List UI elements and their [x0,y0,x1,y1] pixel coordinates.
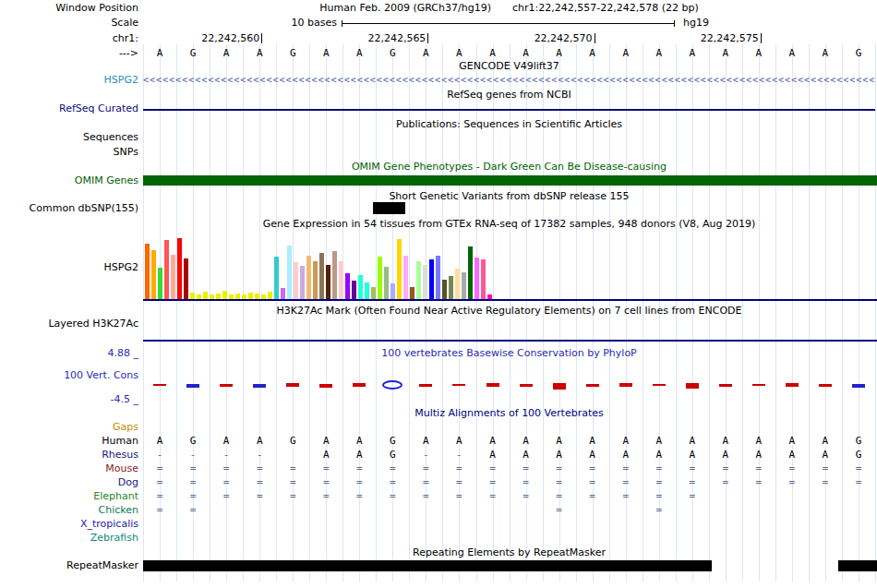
gtex-gene-line [143,299,877,301]
dbsnp-label[interactable]: Common dbSNP(155) [0,202,138,214]
gtex-bar[interactable] [281,288,285,299]
multiz-cell: - [253,449,266,461]
gtex-bar[interactable] [313,261,318,299]
gtex-bar[interactable] [442,280,447,299]
gtex-bar[interactable] [416,261,421,299]
omim-label[interactable]: OMIM Genes [0,174,138,186]
conservation-mark [786,383,799,387]
gtex-bar[interactable] [294,262,298,299]
multiz-cell: = [353,476,366,488]
multiz-cell: A [319,449,332,461]
gtex-bar[interactable] [151,250,156,299]
gtex-bar[interactable] [423,265,427,299]
gtex-bar[interactable] [397,239,402,299]
gtex-bar[interactable] [164,240,169,299]
gtex-bar[interactable] [287,246,292,299]
multiz-species-label[interactable]: Mouse [0,462,138,474]
gtex-bar[interactable] [242,294,246,299]
multiz-cell: A [819,449,832,461]
gtex-bar[interactable] [358,275,363,299]
gencode-transcript-arrows[interactable]: <<<<<<<<<<<<<<<<<<<<<<<<<<<<<<<<<<<<<<<<… [143,74,875,86]
header-position-line: Human Feb. 2009 (GRCh37/hg19) chr1:22,24… [143,2,875,14]
gtex-bar[interactable] [171,255,175,299]
gtex-bar[interactable] [410,287,414,299]
gtex-bar[interactable] [248,293,253,299]
gtex-bar[interactable] [190,293,195,299]
gtex-bar[interactable] [462,272,466,299]
dbsnp-variant-box[interactable] [373,202,405,214]
multiz-cell: = [786,476,799,488]
multiz-cell: = [286,490,299,502]
conservation-label[interactable]: 100 Vert. Cons [0,369,138,381]
gtex-bar[interactable] [481,259,486,299]
gtex-bar[interactable] [339,261,343,299]
omim-gene-bar[interactable] [143,175,877,186]
gtex-bar[interactable] [184,258,188,299]
multiz-species-label[interactable]: Zebrafish [0,532,138,544]
gtex-bar[interactable] [455,269,460,299]
gtex-bar[interactable] [436,256,440,299]
gtex-bar[interactable] [384,267,389,299]
gtex-bar[interactable] [145,244,150,299]
gtex-bar[interactable] [371,287,376,299]
gtex-bar[interactable] [203,292,208,299]
gtex-bar[interactable] [158,268,162,299]
gtex-bar[interactable] [319,253,324,299]
gtex-bar[interactable] [197,294,201,299]
gtex-bar[interactable] [261,294,266,299]
publications-snps-label[interactable]: SNPs [0,146,138,158]
gtex-bar[interactable] [475,258,479,299]
gtex-bar[interactable] [332,251,337,299]
refseq-gene-line[interactable] [143,109,875,111]
publications-sequences-label[interactable]: Sequences [0,131,138,143]
gtex-bar[interactable] [378,257,382,299]
gtex-bar[interactable] [235,294,240,299]
gtex-bar[interactable] [300,266,305,299]
gtex-bar[interactable] [216,294,221,299]
multiz-cell: = [419,462,432,474]
gtex-bar[interactable] [468,246,473,299]
gencode-item-label[interactable]: HSPG2 [0,74,138,86]
multiz-species-label[interactable]: Rhesus [0,449,138,461]
gtex-bar[interactable] [390,283,395,299]
repeatmasker-bar[interactable] [838,560,877,571]
multiz-cell: A [553,449,566,461]
multiz-species-label[interactable]: Human [0,435,138,447]
multiz-gaps-label[interactable]: Gaps [0,421,138,433]
gtex-bar[interactable] [274,257,279,299]
gtex-bar[interactable] [177,238,182,299]
multiz-species-label[interactable]: Elephant [0,490,138,502]
sequence-base: A [419,47,432,59]
multiz-species-label[interactable]: Dog [0,476,138,488]
gtex-gene-label[interactable]: HSPG2 [0,261,138,273]
gtex-bar[interactable] [403,256,408,299]
multiz-cell: = [419,476,432,488]
gtex-bar[interactable] [306,256,311,299]
ucsc-genome-browser: Window Position Human Feb. 2009 (GRCh37/… [0,0,877,588]
multiz-species-label[interactable]: Chicken [0,504,138,516]
multiz-species-label[interactable]: X_tropicalis [0,518,138,530]
sequence-base: A [752,47,765,59]
conservation-mark [153,384,166,386]
sequence-base: A [319,47,332,59]
h3k27ac-label[interactable]: Layered H3K27Ac [0,318,138,330]
multiz-cell: = [386,476,399,488]
gtex-bar[interactable] [365,282,369,299]
repeatmasker-label[interactable]: RepeatMasker [0,559,138,571]
gtex-bar[interactable] [326,265,330,299]
refseq-label[interactable]: RefSeq Curated [0,102,138,114]
gtex-bar[interactable] [429,259,434,299]
repeatmasker-bar[interactable] [143,560,712,571]
gtex-bar[interactable] [352,281,356,299]
gtex-bar[interactable] [268,292,272,299]
sequence-base: G [286,47,299,59]
gtex-bar[interactable] [229,294,234,299]
gtex-bar[interactable] [255,294,259,299]
gtex-bar[interactable] [210,294,214,299]
gtex-bar[interactable] [487,294,492,299]
grid-line [875,44,876,582]
gtex-bar[interactable] [449,276,453,299]
multiz-cell: = [153,462,166,474]
gtex-bar[interactable] [222,291,227,299]
gtex-bar[interactable] [345,273,350,299]
